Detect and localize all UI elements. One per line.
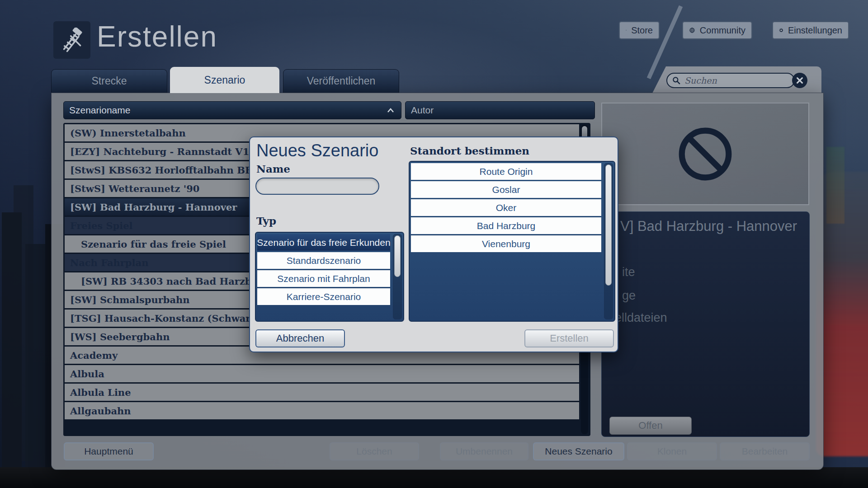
delete-button[interactable]: Löschen bbox=[330, 442, 419, 460]
type-listbox-rows: Szenario für das freie ErkundenStandards… bbox=[257, 234, 402, 305]
location-listbox: Route OriginGoslarOkerBad HarzburgVienen… bbox=[409, 161, 615, 322]
store-button[interactable]: Store bbox=[619, 21, 660, 39]
main-menu-button[interactable]: Hauptmenü bbox=[64, 442, 154, 460]
community-button-label: Community bbox=[700, 25, 745, 36]
location-listbox-scrollbar[interactable] bbox=[604, 163, 613, 319]
type-option[interactable]: Szenario mit Fahrplan bbox=[257, 270, 390, 287]
list-item[interactable]: Allgaubahn bbox=[65, 402, 579, 419]
screen: Erstellen Store Community bbox=[0, 0, 868, 488]
tab-veroeffentlichen[interactable]: Veröffentlichen bbox=[283, 69, 399, 93]
type-label: Typ bbox=[256, 215, 276, 227]
background-ground bbox=[0, 467, 868, 488]
details-title: V] Bad Harzburg - Hannover bbox=[620, 218, 797, 235]
background-city-silhouette bbox=[2, 212, 22, 488]
column-header-autor-label: Autor bbox=[411, 105, 434, 116]
gear-icon bbox=[779, 25, 783, 36]
details-link-fragment[interactable]: elldateien bbox=[615, 311, 667, 325]
type-listbox: Szenario für das freie ErkundenStandards… bbox=[255, 232, 404, 322]
close-icon bbox=[796, 76, 804, 84]
column-header-autor[interactable]: Autor bbox=[405, 101, 595, 119]
scenario-name-input[interactable] bbox=[255, 178, 379, 195]
open-button[interactable]: Offen bbox=[609, 417, 692, 435]
location-option[interactable]: Bad Harzburg bbox=[411, 217, 601, 234]
search-clear-button[interactable] bbox=[792, 73, 807, 88]
cancel-button[interactable]: Abbrechen bbox=[255, 329, 345, 347]
edit-button[interactable]: Bearbeiten bbox=[720, 442, 810, 460]
create-mode-icon bbox=[53, 21, 90, 59]
track-hammer-icon bbox=[59, 28, 85, 53]
tab-strecke[interactable]: Strecke bbox=[51, 69, 167, 93]
create-button[interactable]: Erstellen bbox=[524, 329, 614, 347]
background-tower bbox=[826, 147, 844, 224]
tab-szenario[interactable]: Szenario bbox=[170, 67, 279, 93]
preview-box bbox=[601, 103, 809, 205]
dialog-title: Neues Szenario bbox=[256, 141, 378, 160]
search-input[interactable] bbox=[684, 75, 780, 86]
location-option[interactable]: Vienenburg bbox=[411, 235, 601, 252]
search-box[interactable] bbox=[666, 73, 795, 88]
location-option[interactable]: Route Origin bbox=[411, 163, 601, 180]
location-label: Standort bestimmen bbox=[410, 145, 529, 157]
column-header-szenarioname-label: Szenarioname bbox=[69, 105, 130, 116]
type-listbox-scrollbar[interactable] bbox=[393, 234, 402, 319]
type-option[interactable]: Szenario für das freie Erkunden bbox=[257, 234, 390, 251]
community-button[interactable]: Community bbox=[682, 21, 752, 39]
settings-button-label: Einstellungen bbox=[788, 25, 842, 36]
new-scenario-button[interactable]: Neues Szenario bbox=[533, 442, 624, 460]
no-preview-icon bbox=[675, 124, 735, 184]
location-option[interactable]: Oker bbox=[411, 199, 601, 216]
details-link-fragment[interactable]: ite bbox=[622, 265, 635, 279]
type-option[interactable]: Standardszenario bbox=[257, 252, 390, 269]
search-icon bbox=[672, 76, 681, 85]
scrollbar-thumb[interactable] bbox=[394, 235, 401, 277]
globe-icon bbox=[689, 25, 695, 36]
type-option[interactable]: Karriere-Szenario bbox=[257, 288, 390, 305]
list-item[interactable]: Albula Line bbox=[65, 384, 579, 401]
column-header-szenarioname[interactable]: Szenarioname bbox=[63, 101, 401, 119]
settings-button[interactable]: Einstellungen bbox=[772, 21, 849, 39]
store-button-label: Store bbox=[631, 25, 653, 36]
name-label: Name bbox=[256, 163, 290, 175]
scrollbar-thumb[interactable] bbox=[605, 164, 612, 286]
details-link-fragment[interactable]: ge bbox=[622, 289, 636, 303]
location-option[interactable]: Goslar bbox=[411, 181, 601, 198]
page-title: Erstellen bbox=[97, 20, 217, 53]
clone-button[interactable]: Klonen bbox=[627, 442, 717, 460]
list-item[interactable]: Albula bbox=[65, 365, 579, 382]
new-scenario-dialog: Neues Szenario Name Typ Szenario für das… bbox=[249, 136, 618, 352]
cart-icon bbox=[626, 25, 627, 36]
location-listbox-rows: Route OriginGoslarOkerBad HarzburgVienen… bbox=[411, 163, 613, 252]
sort-ascending-icon bbox=[386, 106, 396, 114]
rename-button[interactable]: Umbenennen bbox=[440, 442, 528, 460]
